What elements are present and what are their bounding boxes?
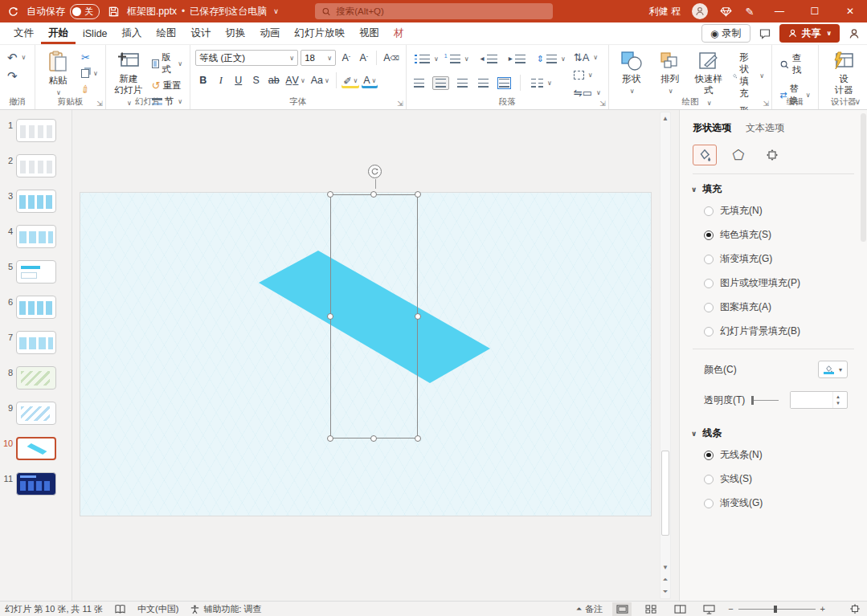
slideshow-button[interactable] <box>699 602 718 616</box>
pen-mode-icon[interactable]: ✎ <box>743 5 756 18</box>
slide-thumb-11[interactable]: 11 <box>0 470 72 498</box>
fill-option-gradient[interactable]: 渐变填充(G) <box>704 252 867 266</box>
fill-section-header[interactable]: ∨填充 <box>691 182 867 196</box>
align-right-button[interactable] <box>455 76 470 90</box>
tab-shape-options[interactable]: 形状选项 <box>693 121 731 135</box>
zoom-slider-thumb[interactable] <box>774 606 777 613</box>
spin-down-icon[interactable]: ▼ <box>836 401 840 406</box>
normal-view-button[interactable] <box>612 602 632 616</box>
tab-insert[interactable]: 插入 <box>115 22 149 44</box>
spellcheck-icon[interactable] <box>114 604 126 614</box>
reading-view-button[interactable] <box>670 602 689 616</box>
slide-thumb-8[interactable]: 8 <box>0 364 72 392</box>
line-option-solid[interactable]: 实线(S) <box>704 472 867 486</box>
resize-handle-se[interactable] <box>415 435 421 442</box>
tab-home[interactable]: 开始 <box>41 22 76 44</box>
zoom-slider[interactable] <box>738 609 816 610</box>
shadow-button[interactable]: S <box>248 73 264 88</box>
maximize-button[interactable]: ☐ <box>803 0 827 22</box>
resize-handle-ne[interactable] <box>415 191 421 198</box>
resize-handle-w[interactable] <box>327 313 333 320</box>
line-spacing-button[interactable]: ⇕∨ <box>534 52 568 66</box>
decrease-indent-button[interactable]: ◂ <box>478 52 500 66</box>
canvas-scrollbar[interactable]: ▲ ▼ ⏶ ⏷ <box>660 112 671 599</box>
comments-icon[interactable] <box>759 27 771 40</box>
line-option-none[interactable]: 无线条(N) <box>704 448 867 462</box>
tab-file[interactable]: 文件 <box>6 22 41 44</box>
search-input[interactable] <box>336 6 546 16</box>
line-section-header[interactable]: ∨线条 <box>691 426 867 440</box>
transparency-input[interactable] <box>791 392 832 408</box>
redo-button[interactable]: ↷ <box>5 69 28 83</box>
font-color-button[interactable]: A∨ <box>362 73 378 88</box>
italic-button[interactable]: I <box>213 73 228 88</box>
undo-button[interactable]: ↶∨ <box>5 51 28 64</box>
tab-transitions[interactable]: 切换 <box>219 22 253 44</box>
layout-button[interactable]: 版式∨ <box>149 51 185 76</box>
tab-animations[interactable]: 动画 <box>253 22 288 44</box>
font-size-combo[interactable]: 18∨ <box>301 50 336 66</box>
minimize-button[interactable]: — <box>767 0 791 22</box>
resize-handle-sw[interactable] <box>327 435 333 442</box>
slide-thumb-7[interactable]: 7 <box>0 328 72 357</box>
tab-islide[interactable]: iSlide <box>76 24 115 43</box>
slide-thumb-3[interactable]: 3 <box>0 187 72 215</box>
accessibility-status[interactable]: 辅助功能: 调查 <box>190 603 261 615</box>
slider-thumb[interactable] <box>751 396 754 405</box>
next-slide-icon[interactable]: ⏷ <box>660 587 670 597</box>
pane-scrollbar[interactable] <box>861 113 866 242</box>
tab-view[interactable]: 视图 <box>352 22 386 44</box>
bullets-button[interactable]: ∨ <box>417 52 441 66</box>
save-icon[interactable] <box>107 5 120 18</box>
tab-addin[interactable]: 材 <box>386 22 411 44</box>
align-center-button[interactable] <box>432 76 449 90</box>
transparency-slider[interactable] <box>751 400 779 401</box>
resize-handle-n[interactable] <box>370 191 377 198</box>
tab-text-options[interactable]: 文本选项 <box>746 121 784 135</box>
premium-gem-icon[interactable] <box>719 5 732 18</box>
notes-button[interactable]: ⏶备注 <box>576 603 603 615</box>
people-icon[interactable] <box>848 27 861 40</box>
resize-handle-s[interactable] <box>370 435 377 442</box>
share-button[interactable]: 共享∨ <box>779 24 840 43</box>
char-spacing-button[interactable]: A̲V̲∨ <box>284 73 307 88</box>
drawing-dialog-launcher[interactable]: ⇲ <box>763 100 770 108</box>
slide-sorter-view-button[interactable] <box>641 602 660 616</box>
slide-canvas[interactable]: ▲ ▼ ⏶ ⏷ <box>72 110 673 601</box>
text-direction-button[interactable]: ⇅A∨ <box>571 51 603 64</box>
slide-thumb-2[interactable]: 2 <box>0 152 72 180</box>
record-button[interactable]: ◉录制 <box>701 24 750 43</box>
slide-thumb-1[interactable]: 1 <box>0 116 72 145</box>
slide-thumb-6[interactable]: 6 <box>0 293 72 321</box>
scroll-down-icon[interactable]: ▼ <box>660 562 670 572</box>
slide-thumb-5[interactable]: 5 <box>0 258 72 286</box>
tab-design[interactable]: 设计 <box>184 22 219 44</box>
previous-slide-icon[interactable]: ⏶ <box>660 575 670 585</box>
scrollbar-thumb[interactable] <box>661 451 669 536</box>
highlight-color-button[interactable]: ✐∨ <box>341 73 359 88</box>
designer-button[interactable]: 设计器 <box>826 49 861 98</box>
clipboard-dialog-launcher[interactable]: ⇲ <box>96 100 103 108</box>
columns-button[interactable]: ∨ <box>529 76 554 90</box>
zoom-in-button[interactable]: + <box>820 604 825 614</box>
size-properties-icon[interactable] <box>760 145 784 165</box>
strikethrough-button[interactable]: ab <box>266 73 281 88</box>
grow-font-button[interactable]: Aˆ <box>338 51 354 66</box>
slide-thumb-4[interactable]: 4 <box>0 222 72 251</box>
rotate-handle[interactable] <box>368 165 382 178</box>
fill-color-button[interactable]: ▾ <box>818 361 848 378</box>
zoom-out-button[interactable]: − <box>728 604 733 614</box>
align-text-button[interactable]: ∨ <box>571 68 603 82</box>
fill-option-solid[interactable]: 纯色填充(S) <box>704 228 867 242</box>
numbering-button[interactable]: ∨ <box>448 52 472 66</box>
resize-handle-nw[interactable] <box>327 191 333 198</box>
slide-thumb-9[interactable]: 9 <box>0 399 72 427</box>
clear-formatting-button[interactable]: A⌫ <box>382 51 401 66</box>
spin-up-icon[interactable]: ▲ <box>836 394 840 399</box>
bold-button[interactable]: B <box>195 73 211 88</box>
font-dialog-launcher[interactable]: ⇲ <box>397 100 403 108</box>
paste-button[interactable]: 粘贴∨ <box>40 49 76 100</box>
paragraph-dialog-launcher[interactable]: ⇲ <box>599 100 606 108</box>
arrange-button[interactable]: 排列∨ <box>652 49 688 98</box>
transparency-spinbox[interactable]: ▲▼ <box>790 391 848 409</box>
